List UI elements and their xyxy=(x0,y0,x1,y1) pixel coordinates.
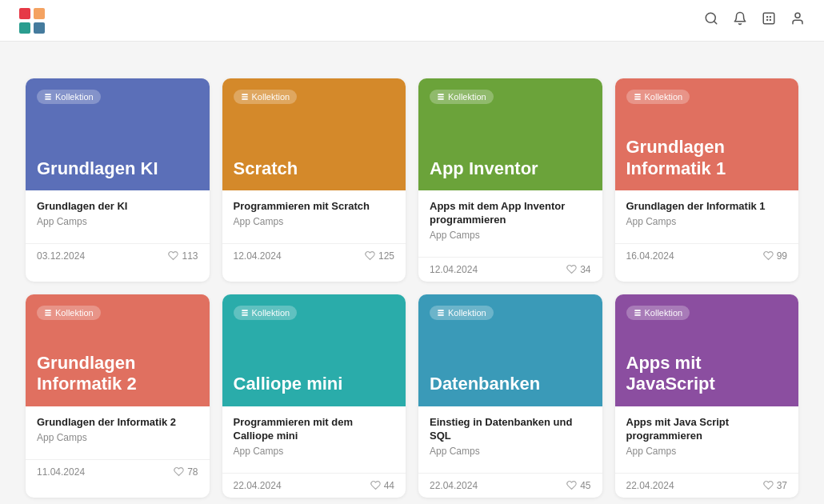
card-badge-3: Kollektion xyxy=(626,90,690,104)
svg-rect-11 xyxy=(242,94,248,95)
heart-icon xyxy=(370,480,381,490)
card-7[interactable]: Kollektion Apps mit JavaScript Apps mit … xyxy=(615,294,799,498)
collection-icon xyxy=(437,309,445,317)
svg-rect-21 xyxy=(45,312,51,314)
card-title-5: Calliope mini xyxy=(234,374,395,394)
card-6[interactable]: Kollektion Datenbanken Einstieg in Daten… xyxy=(418,294,602,498)
card-body-6: Einstieg in Datenbanken und SQL App Camp… xyxy=(418,406,602,473)
card-image-4: Kollektion Grundlagen Informatik 2 xyxy=(26,294,210,406)
svg-rect-31 xyxy=(634,314,641,316)
card-badge-2: Kollektion xyxy=(430,90,494,104)
collection-icon xyxy=(437,93,445,101)
heart-icon xyxy=(566,264,577,274)
main-content: Kollektion Grundlagen KI Grundlagen der … xyxy=(0,42,824,504)
card-body-7: Apps mit Java Script programmieren App C… xyxy=(615,406,799,473)
card-name-0: Grundlagen der KI xyxy=(37,200,198,214)
card-name-4: Grundlagen der Informatik 2 xyxy=(37,416,198,430)
card-2[interactable]: Kollektion App Inventor Apps mit dem App… xyxy=(418,78,602,282)
card-5[interactable]: Kollektion Calliope mini Programmieren m… xyxy=(222,294,406,498)
card-footer-4: 11.04.2024 78 xyxy=(26,459,210,484)
card-org-0: App Camps xyxy=(37,216,198,227)
collection-icon xyxy=(241,309,249,317)
svg-rect-27 xyxy=(438,312,444,314)
card-date-0: 03.12.2024 xyxy=(37,250,85,262)
card-footer-6: 22.04.2024 45 xyxy=(418,473,602,498)
svg-point-7 xyxy=(795,13,800,18)
card-org-3: App Camps xyxy=(626,216,788,227)
card-body-3: Grundlagen der Informatik 1 App Camps xyxy=(615,190,799,243)
card-1[interactable]: Kollektion Scratch Programmieren mit Scr… xyxy=(222,78,406,282)
card-footer-1: 12.04.2024 125 xyxy=(222,243,406,268)
logo[interactable] xyxy=(19,8,50,34)
card-date-4: 11.04.2024 xyxy=(37,466,85,478)
card-title-6: Datenbanken xyxy=(430,374,591,394)
collection-icon xyxy=(44,309,52,317)
card-org-4: App Camps xyxy=(37,432,198,443)
card-likes-5: 44 xyxy=(370,480,394,491)
card-title-3: Grundlagen Informatik 1 xyxy=(626,137,788,179)
svg-rect-25 xyxy=(242,314,248,316)
card-3[interactable]: Kollektion Grundlagen Informatik 1 Grund… xyxy=(615,78,799,282)
collection-icon xyxy=(241,93,249,101)
svg-rect-28 xyxy=(438,314,444,316)
svg-rect-2 xyxy=(19,22,30,34)
svg-rect-18 xyxy=(634,96,641,98)
card-image-5: Kollektion Calliope mini xyxy=(222,294,406,406)
card-likes-7: 37 xyxy=(763,480,787,491)
card-body-2: Apps mit dem App Inventor programmieren … xyxy=(418,190,602,257)
card-title-4: Grundlagen Informatik 2 xyxy=(37,353,198,395)
card-badge-7: Kollektion xyxy=(626,306,690,320)
svg-line-5 xyxy=(714,21,716,23)
svg-rect-15 xyxy=(438,96,444,98)
collection-icon xyxy=(44,93,52,101)
card-badge-4: Kollektion xyxy=(37,306,101,320)
card-org-6: App Camps xyxy=(430,446,591,457)
svg-rect-16 xyxy=(438,98,444,100)
svg-rect-26 xyxy=(438,310,444,311)
svg-rect-13 xyxy=(242,98,248,100)
bell-icon[interactable] xyxy=(733,11,747,30)
card-likes-2: 34 xyxy=(566,264,590,275)
card-title-1: Scratch xyxy=(234,158,395,179)
card-badge-5: Kollektion xyxy=(234,306,298,320)
heart-icon xyxy=(763,250,774,261)
heart-icon xyxy=(763,480,774,490)
card-badge-1: Kollektion xyxy=(234,90,298,104)
card-likes-3: 99 xyxy=(763,250,787,262)
svg-rect-19 xyxy=(634,98,641,100)
logo-icon xyxy=(19,8,45,34)
svg-rect-12 xyxy=(242,96,248,98)
card-name-3: Grundlagen der Informatik 1 xyxy=(626,200,788,214)
header-icons xyxy=(704,11,805,30)
card-footer-7: 22.04.2024 37 xyxy=(615,473,799,498)
card-name-6: Einstieg in Datenbanken und SQL xyxy=(430,416,591,443)
card-likes-0: 113 xyxy=(168,250,198,262)
card-org-5: App Camps xyxy=(234,446,395,457)
svg-rect-10 xyxy=(45,98,51,100)
user-icon[interactable] xyxy=(790,11,805,30)
card-image-7: Kollektion Apps mit JavaScript xyxy=(615,294,799,406)
search-icon[interactable] xyxy=(704,11,718,30)
card-footer-5: 22.04.2024 44 xyxy=(222,473,406,498)
card-likes-1: 125 xyxy=(365,250,394,262)
card-date-7: 22.04.2024 xyxy=(626,480,674,491)
card-4[interactable]: Kollektion Grundlagen Informatik 2 Grund… xyxy=(26,294,210,498)
svg-rect-17 xyxy=(634,94,641,95)
svg-rect-20 xyxy=(45,310,51,311)
card-0[interactable]: Kollektion Grundlagen KI Grundlagen der … xyxy=(26,78,210,282)
svg-rect-24 xyxy=(242,312,248,314)
card-title-2: App Inventor xyxy=(430,158,591,179)
card-org-1: App Camps xyxy=(234,216,395,227)
svg-rect-23 xyxy=(242,310,248,311)
card-name-1: Programmieren mit Scratch xyxy=(234,200,395,214)
collection-icon xyxy=(634,309,642,317)
card-body-0: Grundlagen der KI App Camps xyxy=(26,190,210,243)
card-likes-4: 78 xyxy=(174,466,198,478)
heart-icon xyxy=(168,250,178,261)
card-body-4: Grundlagen der Informatik 2 App Camps xyxy=(26,406,210,459)
building-icon[interactable] xyxy=(762,11,776,30)
heart-icon xyxy=(566,480,577,490)
svg-rect-30 xyxy=(634,312,641,314)
card-badge-6: Kollektion xyxy=(430,306,494,320)
card-date-1: 12.04.2024 xyxy=(234,250,282,262)
